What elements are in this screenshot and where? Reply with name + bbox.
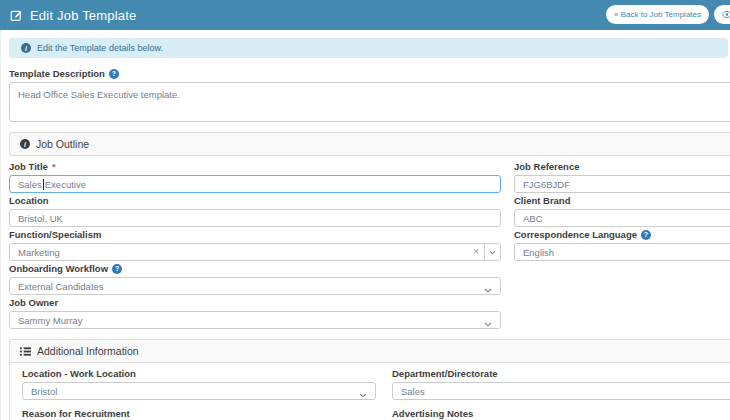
job-title-value-after-cursor: Executive [45, 179, 86, 190]
info-circle-icon: i [20, 139, 30, 149]
job-outline-heading: Job Outline [36, 138, 89, 150]
info-alert: i Edit the Template details below. [9, 38, 728, 58]
correspondence-language-label: Correspondence Language [514, 229, 637, 240]
job-owner-label: Job Owner [9, 297, 58, 308]
info-alert-text: Edit the Template details below. [37, 43, 163, 53]
function-specialism-label: Function/Specialism [9, 229, 101, 240]
preview-button[interactable]: P [714, 5, 730, 24]
job-owner-value: Sammy Murray [18, 315, 82, 326]
work-location-select[interactable]: Bristol [22, 382, 376, 400]
job-owner-select[interactable]: Sammy Murray [9, 311, 501, 329]
chevron-down-icon [359, 389, 367, 400]
question-circle-icon[interactable]: ? [641, 230, 651, 240]
dropdown-caret-box[interactable] [484, 244, 500, 260]
onboarding-workflow-value: External Candidates [18, 281, 104, 292]
additional-information-section-header: Additional Information [10, 340, 730, 363]
page-title: Edit Job Template [30, 8, 137, 23]
correspondence-language-input[interactable] [514, 243, 730, 261]
chevron-down-icon [484, 284, 492, 295]
work-location-value: Bristol [31, 386, 57, 397]
main-content: i Edit the Template details below. Templ… [0, 30, 730, 420]
advertising-notes-label: Advertising Notes [392, 408, 473, 419]
back-to-job-templates-button[interactable]: « Back to Job Templates [606, 5, 709, 24]
template-description-label-row: Template Description ? [9, 68, 730, 79]
header-actions: « Back to Job Templates P [606, 5, 730, 24]
department-directorate-input[interactable] [392, 382, 730, 400]
onboarding-workflow-select[interactable]: External Candidates [9, 277, 501, 295]
chevron-down-icon [489, 250, 496, 255]
function-specialism-select[interactable]: Marketing × [9, 243, 501, 261]
location-input[interactable] [9, 209, 501, 227]
additional-information-panel: Additional Information Location - Work L… [9, 339, 730, 420]
job-title-input[interactable]: Sales Executive [9, 175, 501, 193]
function-specialism-value: Marketing [18, 247, 473, 258]
edit-icon [10, 9, 23, 22]
client-brand-input[interactable] [514, 209, 730, 227]
info-circle-icon: i [21, 43, 31, 53]
job-title-value-before-cursor: Sales [18, 179, 42, 190]
required-asterisk: * [52, 161, 56, 172]
question-circle-icon[interactable]: ? [109, 69, 119, 79]
eye-icon [722, 10, 730, 19]
job-title-label: Job Title [9, 161, 48, 172]
text-cursor [43, 179, 44, 190]
page-header: Edit Job Template « Back to Job Template… [0, 0, 730, 30]
job-outline-section-header: i Job Outline [9, 132, 730, 156]
onboarding-workflow-label: Onboarding Workflow [9, 263, 108, 274]
template-description-label: Template Description [9, 68, 105, 79]
work-location-label: Location - Work Location [22, 368, 136, 379]
additional-information-heading: Additional Information [37, 345, 139, 357]
job-reference-input[interactable] [514, 175, 730, 193]
template-description-textarea[interactable]: Head Office Sales Executive template. [9, 82, 730, 122]
clear-selection-icon[interactable]: × [473, 247, 479, 257]
job-reference-label: Job Reference [514, 161, 579, 172]
location-label: Location [9, 195, 49, 206]
chevron-down-icon [484, 318, 492, 329]
list-icon [20, 346, 31, 357]
reason-for-recruitment-label: Reason for Recruitment [22, 408, 130, 419]
department-directorate-label: Department/Directorate [392, 368, 498, 379]
question-circle-icon[interactable]: ? [112, 264, 122, 274]
client-brand-label: Client Brand [514, 195, 570, 206]
